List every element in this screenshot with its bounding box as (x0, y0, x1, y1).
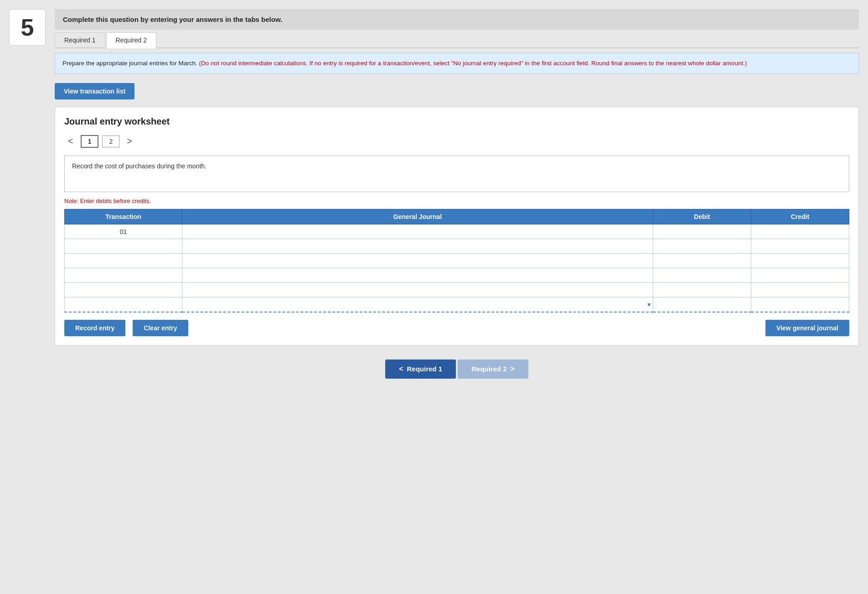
col-header-credit: Credit (751, 209, 849, 224)
general-journal-dropdown-input[interactable] (182, 299, 653, 310)
credit-input-6[interactable] (751, 297, 849, 312)
entry-description: Record the cost of purchases during the … (64, 156, 849, 192)
transaction-01: 01 (65, 224, 182, 239)
tab-required-1[interactable]: Required 1 (55, 32, 105, 47)
table-row-last: ▼ (65, 297, 849, 312)
credit-cell-2[interactable] (751, 239, 849, 254)
col-header-debit: Debit (653, 209, 751, 224)
bottom-prev-label: Required 1 (407, 365, 442, 373)
question-number: 5 (9, 9, 46, 46)
credit-input-4[interactable] (751, 268, 849, 282)
prev-page-button[interactable]: < (64, 134, 77, 148)
question-instruction: Complete this question by entering your … (55, 9, 859, 30)
page-1-indicator[interactable]: 1 (81, 135, 99, 148)
view-transaction-button[interactable]: View transaction list (55, 83, 134, 99)
tab-required-2[interactable]: Required 2 (106, 32, 157, 48)
table-row (65, 254, 849, 268)
tabs-row: Required 1 Required 2 (55, 30, 859, 48)
general-journal-cell-2[interactable] (182, 239, 653, 254)
col-header-general-journal: General Journal (182, 209, 653, 224)
table-row: 01 (65, 224, 849, 239)
general-journal-cell-6[interactable]: ▼ (182, 297, 653, 312)
transaction-empty-5 (65, 283, 182, 297)
debit-input-3[interactable] (653, 254, 751, 268)
col-header-transaction: Transaction (65, 209, 182, 224)
debit-cell-5[interactable] (653, 283, 751, 297)
general-journal-input-1[interactable] (182, 224, 653, 239)
worksheet-title: Journal entry worksheet (64, 116, 849, 127)
transaction-empty-3 (65, 254, 182, 268)
credit-cell-4[interactable] (751, 268, 849, 283)
clear-entry-button[interactable]: Clear entry (133, 320, 188, 336)
credit-input-5[interactable] (751, 283, 849, 297)
transaction-empty-2 (65, 239, 182, 254)
table-row (65, 239, 849, 254)
credit-input-2[interactable] (751, 239, 849, 253)
record-entry-button[interactable]: Record entry (64, 320, 125, 336)
worksheet-container: Journal entry worksheet < 1 2 > Record t… (55, 107, 859, 346)
debit-cell-2[interactable] (653, 239, 751, 254)
debit-cell-3[interactable] (653, 254, 751, 268)
general-journal-cell-5[interactable] (182, 283, 653, 297)
general-journal-input-2[interactable] (182, 239, 653, 253)
view-general-journal-button[interactable]: View general journal (765, 320, 849, 336)
debit-input-4[interactable] (653, 268, 751, 282)
general-journal-input-4[interactable] (182, 268, 653, 282)
next-page-button[interactable]: > (123, 134, 136, 148)
general-journal-input-5[interactable] (182, 283, 653, 297)
general-journal-cell-1[interactable] (182, 224, 653, 239)
debit-cell-6[interactable] (653, 297, 751, 312)
general-journal-input-3[interactable] (182, 254, 653, 268)
table-row (65, 268, 849, 283)
instructions-box: Prepare the appropriate journal entries … (55, 53, 859, 74)
credit-cell-5[interactable] (751, 283, 849, 297)
instructions-red-text: (Do not round intermediate calculations.… (199, 60, 747, 67)
credit-cell-3[interactable] (751, 254, 849, 268)
credit-input-1[interactable] (751, 224, 849, 239)
prev-arrow-icon: < (399, 365, 403, 373)
question-content: Complete this question by entering your … (55, 9, 859, 379)
table-row (65, 283, 849, 297)
instructions-main-text: Prepare the appropriate journal entries … (62, 60, 197, 67)
action-buttons-row: Record entry Clear entry View general jo… (64, 320, 849, 336)
transaction-empty-4 (65, 268, 182, 283)
debit-cell-4[interactable] (653, 268, 751, 283)
worksheet-nav-row: < 1 2 > (64, 134, 849, 148)
bottom-next-label: Required 2 (471, 365, 507, 373)
credit-input-3[interactable] (751, 254, 849, 268)
bottom-navigation: < Required 1 Required 2 > (55, 360, 859, 379)
next-arrow-icon: > (511, 365, 515, 373)
debit-input-2[interactable] (653, 239, 751, 253)
general-journal-cell-3[interactable] (182, 254, 653, 268)
bottom-next-button[interactable]: Required 2 > (458, 360, 528, 379)
bottom-prev-button[interactable]: < Required 1 (385, 360, 456, 379)
credit-cell-1[interactable] (751, 224, 849, 239)
note-text: Note: Enter debits before credits. (64, 198, 849, 204)
debit-input-5[interactable] (653, 283, 751, 297)
page-wrapper: 5 Complete this question by entering you… (0, 0, 868, 594)
general-journal-cell-4[interactable] (182, 268, 653, 283)
debit-cell-1[interactable] (653, 224, 751, 239)
debit-input-1[interactable] (653, 224, 751, 239)
debit-input-6[interactable] (653, 297, 751, 312)
page-2-indicator[interactable]: 2 (102, 135, 119, 147)
credit-cell-6[interactable] (751, 297, 849, 312)
journal-table: Transaction General Journal Debit Credit… (64, 209, 849, 313)
question-header: 5 Complete this question by entering you… (9, 9, 859, 379)
transaction-empty-6 (65, 297, 182, 312)
